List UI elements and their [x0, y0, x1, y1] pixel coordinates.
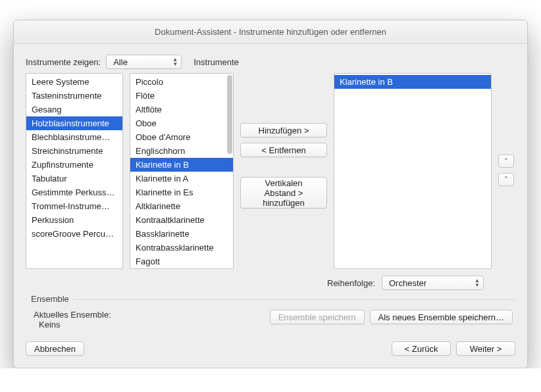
dialog-content: Instrumente zeigen: Alle ▲▼ Instrumente …: [14, 44, 527, 368]
order-select-value: Orchester: [389, 278, 426, 288]
family-item[interactable]: Gesang: [26, 103, 122, 116]
instrument-item[interactable]: Klarinette in B: [130, 158, 233, 172]
window-title: Dokument-Assistent - Instrumente hinzufü…: [155, 27, 386, 37]
main-columns: Leere SystemeTasteninstrumenteGesangHolz…: [26, 73, 515, 269]
updown-icon: ▲▼: [172, 57, 178, 66]
family-item[interactable]: Gestimmte Perkuss…: [26, 185, 122, 199]
instrument-item[interactable]: Altklarinette: [130, 199, 233, 213]
family-item[interactable]: Tabulatur: [26, 172, 122, 185]
order-row: Reihenfolge: Orchester ▲▼: [26, 276, 515, 290]
ensemble-legend: Ensemble: [27, 294, 73, 304]
filter-select[interactable]: Alle ▲▼: [106, 55, 182, 69]
family-item[interactable]: Blechblasinstrume…: [26, 130, 122, 144]
chevron-up-icon: ˄: [504, 157, 508, 166]
added-instruments-listbox[interactable]: Klarinette in B: [334, 73, 492, 269]
move-up-button[interactable]: ˄: [498, 155, 514, 168]
save-as-new-ensemble-button[interactable]: Als neues Ensemble speichern…: [370, 310, 513, 324]
scrollbar-thumb[interactable]: [227, 75, 232, 154]
families-listbox[interactable]: Leere SystemeTasteninstrumenteGesangHolz…: [26, 73, 123, 269]
cancel-button[interactable]: Abbrechen: [26, 341, 84, 356]
add-button-label: Hinzufügen >: [259, 126, 309, 135]
instruments-label: Instrumente: [193, 57, 239, 67]
current-ensemble: Aktuelles Ensemble: Keins: [34, 310, 111, 330]
ensemble-group: Ensemble Aktuelles Ensemble: Keins Ensem…: [26, 299, 515, 332]
filter-select-value: Alle: [113, 57, 128, 67]
family-item[interactable]: Streichinstrumente: [26, 144, 122, 158]
instrument-item[interactable]: Kontraaltklarinette: [130, 213, 233, 227]
family-item[interactable]: Trommel-Instrume…: [26, 199, 122, 213]
instrument-item[interactable]: Englischhorn: [130, 144, 233, 158]
family-item[interactable]: Perkussion: [26, 213, 122, 227]
instrument-item[interactable]: Fagott: [130, 255, 233, 268]
instrument-item[interactable]: Oboe d'Amore: [130, 130, 233, 144]
family-item[interactable]: Tasteninstrumente: [26, 89, 122, 103]
back-button-label: < Zurück: [405, 344, 438, 354]
back-button[interactable]: < Zurück: [392, 341, 451, 356]
save-ensemble-label: Ensemble speichern: [278, 312, 356, 322]
titlebar: Dokument-Assistent - Instrumente hinzufü…: [14, 20, 527, 44]
next-button-label: Weiter >: [470, 344, 502, 354]
instrument-item[interactable]: Oboe: [130, 116, 233, 130]
instrument-item[interactable]: Klarinette in Es: [130, 185, 233, 199]
instrument-item[interactable]: Kontrabassklarinette: [130, 241, 233, 255]
updown-icon: ▲▼: [475, 278, 480, 287]
show-instruments-label: Instrumente zeigen:: [26, 57, 101, 67]
move-down-button[interactable]: ˅: [498, 173, 514, 186]
instrument-item[interactable]: Altflöte: [130, 103, 233, 116]
order-label: Reihenfolge:: [327, 278, 375, 288]
save-as-new-ensemble-label: Als neues Ensemble speichern…: [378, 312, 505, 322]
family-item[interactable]: Leere Systeme: [26, 75, 122, 89]
add-vertical-space-label: Vertikalen Abstand > hinzufügen: [249, 178, 319, 208]
add-button[interactable]: Hinzufügen >: [240, 123, 327, 137]
next-button[interactable]: Weiter >: [456, 341, 515, 356]
remove-button[interactable]: < Entfernen: [240, 143, 327, 157]
instrument-item[interactable]: Klarinette in A: [130, 172, 233, 185]
current-ensemble-value: Keins: [39, 320, 111, 330]
added-instrument-item[interactable]: Klarinette in B: [334, 75, 491, 89]
mid-button-column: Hinzufügen > < Entfernen Vertikalen Abst…: [240, 73, 327, 269]
save-ensemble-button: Ensemble speichern: [270, 310, 365, 324]
reorder-buttons: ˄ ˅: [498, 73, 514, 269]
remove-button-label: < Entfernen: [261, 145, 306, 155]
family-item[interactable]: Holzblasinstrumente: [26, 116, 122, 130]
footer-buttons: Abbrechen < Zurück Weiter >: [26, 341, 515, 356]
instrument-item[interactable]: Flöte: [130, 89, 233, 103]
chevron-down-icon: ˅: [504, 176, 508, 184]
dialog-window: Dokument-Assistent - Instrumente hinzufü…: [13, 20, 528, 368]
filter-row: Instrumente zeigen: Alle ▲▼ Instrumente: [26, 55, 515, 69]
family-item[interactable]: scoreGroove Percu…: [26, 227, 122, 241]
order-select[interactable]: Orchester ▲▼: [382, 276, 484, 290]
instrument-item[interactable]: Bassklarinette: [130, 227, 233, 241]
add-vertical-space-button[interactable]: Vertikalen Abstand > hinzufügen: [240, 177, 327, 208]
family-item[interactable]: Zupfinstrumente: [26, 158, 122, 172]
instruments-listbox[interactable]: PiccoloFlöteAltflöteOboeOboe d'AmoreEngl…: [130, 73, 234, 269]
instrument-item[interactable]: Piccolo: [130, 75, 233, 89]
cancel-button-label: Abbrechen: [34, 344, 76, 354]
current-ensemble-label: Aktuelles Ensemble:: [34, 310, 111, 320]
